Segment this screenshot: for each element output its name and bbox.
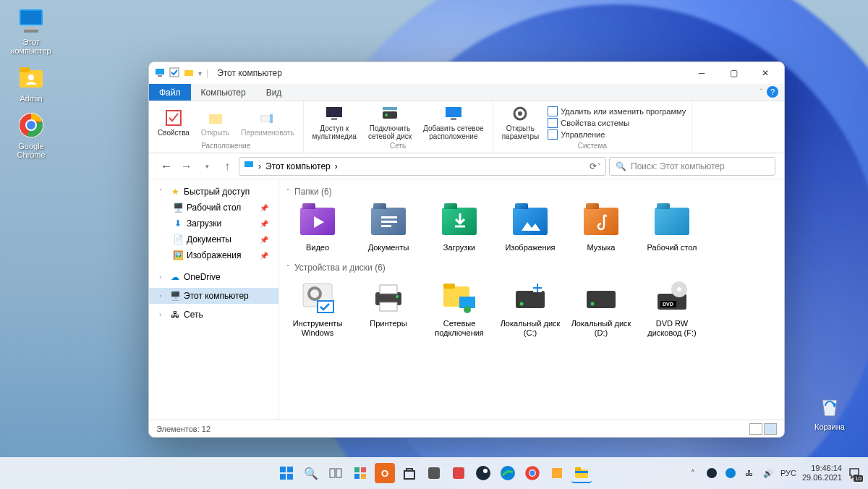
sidebar-item-label: Документы — [187, 234, 231, 244]
desktop-icon-recycle-bin[interactable]: Корзина — [804, 391, 855, 431]
qat-dropdown-icon[interactable]: ▾ — [198, 69, 202, 77]
ribbon-label: Переименовать — [241, 129, 294, 137]
item-drive-dvd[interactable]: DVDDVD RW дисковод (F:) — [641, 280, 703, 338]
item-drive-d[interactable]: Локальный диск (D:) — [570, 280, 632, 338]
taskbar-chrome[interactable] — [522, 463, 542, 483]
ribbon-add-network-button[interactable]: Добавить сетевое расположение — [420, 103, 487, 142]
desktop-icon-admin[interactable]: Admin — [6, 62, 56, 103]
pin-icon: 📌 — [260, 220, 273, 228]
taskbar-app-4[interactable] — [547, 463, 567, 483]
help-icon[interactable]: ? — [767, 86, 778, 98]
svg-rect-49 — [538, 289, 542, 292]
svg-rect-19 — [326, 107, 342, 117]
taskbar-explorer[interactable] — [571, 463, 592, 483]
sidebar-item-desktop[interactable]: 🖥️Рабочий стол📌 — [149, 200, 278, 216]
ribbon-open-button[interactable]: Открыть — [198, 107, 232, 138]
qat-folder-icon[interactable] — [184, 67, 194, 80]
sidebar-network[interactable]: ›🖧Сеть — [149, 307, 278, 323]
nav-forward-button[interactable]: → — [178, 158, 195, 175]
svg-point-54 — [677, 287, 681, 292]
tray-steam-icon[interactable] — [705, 467, 718, 480]
svg-rect-63 — [354, 467, 359, 472]
view-icons-button[interactable] — [764, 423, 777, 435]
search-input[interactable]: 🔍 Поиск: Этот компьютер — [609, 157, 775, 176]
folder-documents[interactable]: Документы — [357, 204, 420, 252]
folder-pictures[interactable]: Изображения — [499, 204, 561, 252]
section-drives-header[interactable]: ˅ Устройства и диски (6) — [286, 263, 777, 273]
nav-back-button[interactable]: ← — [158, 158, 175, 175]
taskbar-taskview[interactable] — [326, 463, 346, 483]
ribbon-label: Открыть — [201, 129, 229, 137]
sidebar-onedrive[interactable]: ›☁OneDrive — [149, 269, 278, 285]
tray-network-icon[interactable]: 🖧 — [743, 467, 756, 480]
folder-downloads[interactable]: Загрузки — [428, 204, 490, 252]
tab-view[interactable]: Вид — [256, 84, 292, 101]
ribbon-open-settings-button[interactable]: Открыть параметры — [499, 103, 542, 142]
svg-rect-36 — [380, 285, 397, 294]
minimize-button[interactable]: ─ — [686, 62, 718, 84]
tray-notifications[interactable]: 10 — [848, 467, 861, 480]
view-details-button[interactable] — [749, 423, 762, 435]
monitor-icon — [325, 104, 344, 123]
taskbar-store[interactable] — [399, 463, 420, 483]
tab-computer[interactable]: Компьютер — [191, 84, 256, 101]
svg-rect-2 — [27, 27, 35, 30]
ribbon-rename-button[interactable]: Переименовать — [238, 107, 297, 138]
svg-point-70 — [483, 469, 488, 473]
taskbar: 🔍 O ˄ 🖧 🔊 РУС 19:46:14 29.06.2021 10 — [0, 457, 868, 489]
svg-point-79 — [726, 468, 736, 478]
ribbon-management[interactable]: Управление — [548, 129, 686, 140]
tray-language[interactable]: РУС — [780, 469, 796, 477]
tray-overflow[interactable]: ˄ — [686, 467, 699, 480]
sidebar-item-downloads[interactable]: ⬇Загрузки📌 — [149, 216, 278, 231]
item-windows-tools[interactable]: Инструменты Windows — [286, 280, 349, 338]
breadcrumb-bar[interactable]: › Этот компьютер › ˅ ⟳ — [239, 157, 606, 176]
item-network-connections[interactable]: Сетевые подключения — [428, 280, 490, 338]
item-label: DVD RW дисковод (F:) — [641, 319, 703, 338]
svg-rect-77 — [575, 471, 588, 473]
taskbar-search[interactable]: 🔍 — [301, 463, 321, 483]
ribbon-system-properties[interactable]: Свойства системы — [548, 118, 686, 128]
start-button[interactable] — [276, 463, 297, 483]
nav-up-button[interactable]: ↑ — [218, 158, 236, 175]
folder-videos[interactable]: Видео — [286, 204, 349, 252]
tray-clock[interactable]: 19:46:14 29.06.2021 — [802, 464, 842, 482]
qat-checkbox-icon[interactable] — [169, 67, 179, 80]
titlebar[interactable]: ▾ | Этот компьютер ─ ▢ ✕ — [149, 62, 784, 84]
tab-file[interactable]: Файл — [149, 84, 191, 101]
desktop-icon-chrome[interactable]: Google Chrome — [6, 110, 56, 159]
ribbon-media-access-button[interactable]: Доступ к мультимедиа — [310, 103, 359, 142]
svg-rect-58 — [287, 467, 293, 472]
taskbar-app-1[interactable]: O — [375, 463, 395, 483]
desktop-icon-this-pc[interactable]: Этот компьютер — [6, 6, 56, 55]
notif-badge: 10 — [854, 475, 863, 482]
sidebar-item-pictures[interactable]: 🖼️Изображения📌 — [149, 247, 278, 263]
taskbar-app-3[interactable] — [448, 463, 469, 483]
sidebar-item-label: Сеть — [184, 310, 203, 320]
tray-edge-icon[interactable] — [724, 467, 737, 480]
item-printers[interactable]: Принтеры — [357, 280, 420, 338]
svg-rect-3 — [24, 30, 38, 33]
taskbar-widgets[interactable] — [350, 463, 370, 483]
ribbon-map-drive-button[interactable]: Подключить сетевой диск — [365, 103, 414, 142]
sidebar-quick-access[interactable]: ˅ ★ Быстрый доступ — [149, 184, 278, 200]
ribbon-uninstall-program[interactable]: Удалить или изменить программу — [548, 106, 686, 116]
maximize-button[interactable]: ▢ — [718, 62, 749, 84]
program-icon — [548, 106, 558, 116]
section-folders-header[interactable]: ˅ Папки (6) — [286, 187, 777, 197]
taskbar-app-2[interactable] — [424, 463, 444, 483]
ribbon-collapse-icon[interactable]: ˇ — [760, 88, 762, 96]
sidebar-item-documents[interactable]: 📄Документы📌 — [149, 231, 278, 247]
close-button[interactable]: ✕ — [749, 62, 781, 84]
item-drive-c[interactable]: Локальный диск (C:) — [499, 280, 561, 338]
tray-volume-icon[interactable]: 🔊 — [762, 467, 775, 480]
ribbon-properties-button[interactable]: Свойства — [155, 107, 192, 138]
sidebar-this-pc[interactable]: ›🖥️Этот компьютер — [149, 288, 278, 304]
nav-recent-dropdown[interactable]: ▾ — [198, 158, 216, 175]
taskbar-edge[interactable] — [498, 463, 518, 483]
folder-music[interactable]: Музыка — [570, 204, 632, 252]
folder-desktop[interactable]: Рабочий стол — [641, 204, 703, 252]
chrome-icon — [16, 110, 46, 140]
taskbar-steam[interactable] — [473, 463, 493, 483]
refresh-button[interactable]: ⟳ — [585, 161, 601, 171]
